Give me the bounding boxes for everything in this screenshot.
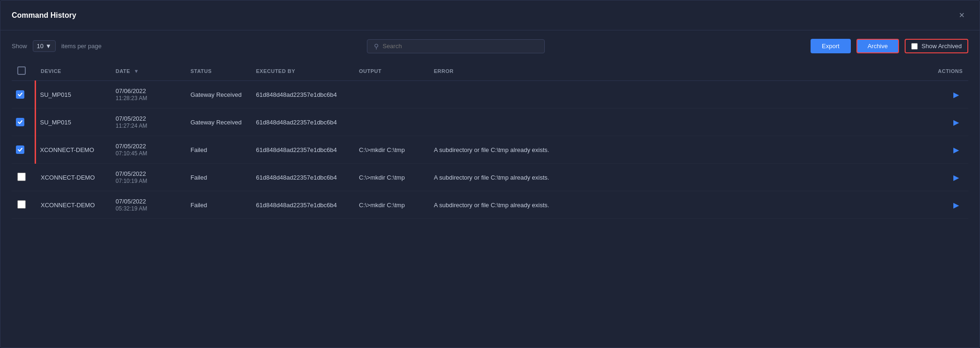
- row-date: 07/06/202211:28:23 AM: [110, 81, 185, 109]
- row-checkbox-cell: [12, 81, 35, 109]
- table-row: XCONNECT-DEMO07/05/202207:10:45 AMFailed…: [12, 136, 968, 164]
- row-executed-by: 61d848d48ad22357e1dbc6b4: [250, 81, 353, 109]
- archive-button[interactable]: Archive: [856, 39, 899, 53]
- show-archived-checkbox[interactable]: [911, 43, 918, 50]
- row-actions-cell: ▶: [921, 136, 968, 164]
- row-error: [428, 81, 921, 109]
- show-archived-label[interactable]: Show Archived: [921, 43, 962, 50]
- row-date: 07/05/202207:10:45 AM: [110, 136, 185, 164]
- header-error: ERROR: [428, 62, 921, 81]
- show-archived-container: Show Archived: [905, 39, 968, 53]
- row-output: [353, 109, 428, 136]
- header-actions: ACTIONS: [921, 62, 968, 81]
- table-row: SU_MP01507/06/202211:28:23 AMGateway Rec…: [12, 81, 968, 109]
- row-output: C:\>mkdir C:\tmp: [353, 164, 428, 191]
- page-size-value: 10: [37, 43, 44, 50]
- row-output: C:\>mkdir C:\tmp: [353, 191, 428, 219]
- header-status: STATUS: [185, 62, 250, 81]
- row-executed-by: 61d848d48ad22357e1dbc6b4: [250, 136, 353, 164]
- row-status: Gateway Received: [185, 81, 250, 109]
- row-device: XCONNECT-DEMO: [35, 164, 110, 191]
- row-checkbox-cell: [12, 109, 35, 136]
- header-checkbox-cell: [12, 62, 35, 81]
- row-checkbox-cell: [12, 164, 35, 191]
- row-checkbox-cell: [12, 136, 35, 164]
- search-input[interactable]: [382, 43, 538, 50]
- row-expand-button[interactable]: ▶: [950, 88, 963, 101]
- row-device: SU_MP015: [35, 81, 110, 109]
- row-error: A subdirectory or file C:\tmp already ex…: [428, 164, 921, 191]
- toolbar: Show 10 ▼ items per page ⚲ Export Archiv…: [0, 30, 980, 62]
- row-error: [428, 109, 921, 136]
- row-date: 07/05/202211:27:24 AM: [110, 109, 185, 136]
- search-container: ⚲: [107, 39, 805, 53]
- show-label: Show: [12, 43, 27, 50]
- row-expand-button[interactable]: ▶: [950, 144, 963, 156]
- table-row: XCONNECT-DEMO07/05/202207:10:19 AMFailed…: [12, 164, 968, 191]
- row-device: XCONNECT-DEMO: [35, 191, 110, 219]
- row-output: [353, 81, 428, 109]
- row-actions-cell: ▶: [921, 191, 968, 219]
- row-error: A subdirectory or file C:\tmp already ex…: [428, 191, 921, 219]
- page-size-select[interactable]: 10 ▼: [33, 40, 56, 52]
- row-expand-button[interactable]: ▶: [950, 171, 963, 184]
- header-date[interactable]: DATE ▼: [110, 62, 185, 81]
- table-row: SU_MP01507/05/202211:27:24 AMGateway Rec…: [12, 109, 968, 136]
- row-executed-by: 61d848d48ad22357e1dbc6b4: [250, 164, 353, 191]
- row-executed-by: 61d848d48ad22357e1dbc6b4: [250, 109, 353, 136]
- row-error: A subdirectory or file C:\tmp already ex…: [428, 136, 921, 164]
- row-checkbox-checked[interactable]: [16, 145, 24, 154]
- header-executed-by: EXECUTED BY: [250, 62, 353, 81]
- row-expand-button[interactable]: ▶: [950, 116, 963, 129]
- search-icon: ⚲: [374, 43, 379, 50]
- close-button[interactable]: ×: [955, 8, 968, 22]
- row-status: Gateway Received: [185, 109, 250, 136]
- command-history-modal: Command History × Show 10 ▼ items per pa…: [0, 0, 980, 348]
- row-device: XCONNECT-DEMO: [35, 136, 110, 164]
- row-checkbox-unchecked[interactable]: [17, 200, 26, 209]
- row-expand-button[interactable]: ▶: [950, 199, 963, 211]
- page-size-chevron-icon: ▼: [45, 43, 51, 50]
- header-output: OUTPUT: [353, 62, 428, 81]
- row-checkbox-checked[interactable]: [16, 90, 24, 99]
- modal-header: Command History ×: [0, 0, 980, 30]
- header-device: DEVICE: [35, 62, 110, 81]
- row-date: 07/05/202205:32:19 AM: [110, 191, 185, 219]
- row-output: C:\>mkdir C:\tmp: [353, 136, 428, 164]
- row-status: Failed: [185, 191, 250, 219]
- export-button[interactable]: Export: [811, 39, 851, 53]
- row-checkbox-checked[interactable]: [16, 118, 24, 126]
- search-box: ⚲: [367, 39, 545, 53]
- row-device: SU_MP015: [35, 109, 110, 136]
- sort-icon: ▼: [134, 68, 139, 74]
- table-body: SU_MP01507/06/202211:28:23 AMGateway Rec…: [12, 81, 968, 219]
- header-checkbox[interactable]: [17, 66, 26, 75]
- row-actions-cell: ▶: [921, 109, 968, 136]
- row-status: Failed: [185, 164, 250, 191]
- table-row: XCONNECT-DEMO07/05/202205:32:19 AMFailed…: [12, 191, 968, 219]
- items-per-page-label: items per page: [61, 43, 102, 50]
- modal-title: Command History: [12, 11, 76, 20]
- row-actions-cell: ▶: [921, 81, 968, 109]
- table-container: DEVICE DATE ▼ STATUS EXECUTED BY OUTPUT …: [0, 62, 980, 219]
- toolbar-right: Export Archive Show Archived: [811, 39, 968, 53]
- row-status: Failed: [185, 136, 250, 164]
- row-checkbox-unchecked[interactable]: [17, 173, 26, 181]
- table-header: DEVICE DATE ▼ STATUS EXECUTED BY OUTPUT …: [12, 62, 968, 81]
- command-history-table: DEVICE DATE ▼ STATUS EXECUTED BY OUTPUT …: [12, 62, 968, 219]
- row-actions-cell: ▶: [921, 164, 968, 191]
- row-date: 07/05/202207:10:19 AM: [110, 164, 185, 191]
- row-checkbox-cell: [12, 191, 35, 219]
- row-executed-by: 61d848d48ad22357e1dbc6b4: [250, 191, 353, 219]
